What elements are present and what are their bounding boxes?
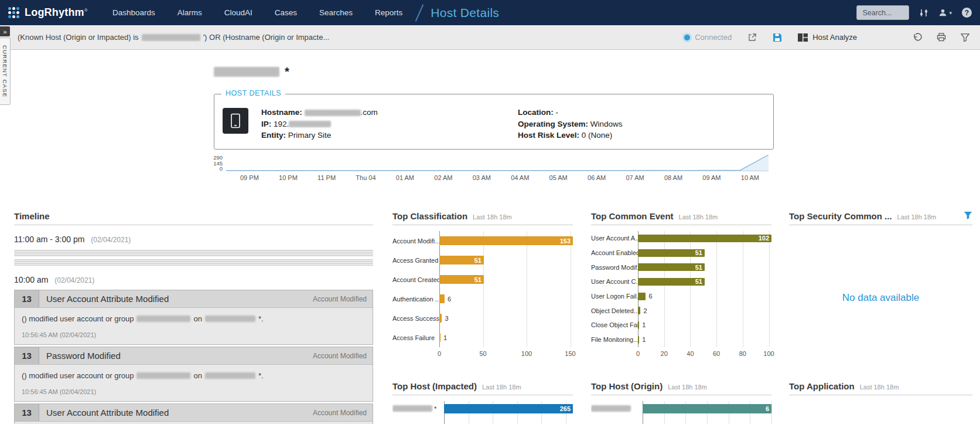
current-case-panel-tab: » CURRENT CASE	[0, 26, 11, 105]
filter-query[interactable]: (Known Host (Origin or Impacted) is ') O…	[18, 33, 684, 42]
top-common-event-bar[interactable]	[638, 336, 639, 344]
hostname-row: Hostname: .com	[261, 107, 518, 118]
host-title: *	[214, 65, 289, 79]
top-common-event-bar[interactable]	[638, 293, 646, 300]
timeline-panel: Timeline 11:00 am - 3:00 pm (02/04/2021)…	[14, 211, 373, 424]
event-classification-tag: Account Modified	[313, 352, 367, 360]
bar-value: 51	[695, 249, 705, 256]
top-common-event-bar[interactable]: 51	[638, 263, 705, 271]
spark-x-label: 04 AM	[511, 174, 529, 181]
search-input[interactable]: Search...	[856, 5, 909, 20]
logrhythm-logo[interactable]: LogRhythm®	[8, 6, 88, 19]
bar-label: User Logon Fail...	[591, 289, 638, 304]
panel-top-classification: Top Classification Last 18h 18m Account …	[392, 211, 573, 381]
redacted-account	[136, 316, 190, 322]
bar-value: 1	[642, 336, 646, 343]
top-host-impacted-bar[interactable]: 265	[444, 404, 573, 413]
nav-item-reports[interactable]: Reports	[375, 8, 402, 17]
nav-item-dashboards[interactable]: Dashboards	[112, 8, 155, 17]
top-common-event-bar[interactable]: 51	[638, 278, 705, 286]
group-time: 10:00 am	[14, 275, 48, 284]
event-card-header: 13 Password Modified Account Modified	[15, 347, 373, 365]
nav-item-cloudai[interactable]: CloudAI	[224, 8, 252, 17]
top-classification-bar[interactable]: 153	[439, 236, 573, 245]
host-details-page: LogRhythm® Dashboards Alarms CloudAI Cas…	[0, 0, 980, 424]
location-row: Location: -	[518, 107, 623, 118]
spark-x-label: 06 AM	[588, 174, 606, 181]
redacted-bar-label	[591, 405, 631, 412]
top-classification-bar[interactable]	[439, 294, 445, 303]
top-classification-bar[interactable]	[439, 333, 441, 342]
undo-icon[interactable]	[913, 33, 922, 42]
top-classification-bar[interactable]: 51	[439, 256, 484, 264]
risk-label: Host Risk Level:	[518, 131, 579, 140]
panel-title: Top Security Common ...	[789, 211, 892, 221]
nav-item-alarms[interactable]: Alarms	[177, 8, 202, 17]
event-classification-tag: Account Modified	[313, 295, 367, 303]
host-title-asterisk: *	[285, 65, 289, 79]
slash-separator	[415, 4, 424, 21]
redacted-ip	[289, 121, 331, 127]
nav-item-cases[interactable]: Cases	[275, 8, 297, 17]
collapsed-events-stack[interactable]	[14, 250, 373, 266]
top-host-origin-bar[interactable]: 6	[643, 404, 771, 413]
bar-value: 2	[643, 307, 647, 314]
host-details-left-column: Hostname: .com IP: 192. Entity: Primary …	[261, 107, 518, 149]
event-count-badge: 13	[15, 404, 39, 421]
host-analyze-button[interactable]: Host Analyze	[798, 33, 857, 42]
bar-value: 6	[448, 296, 451, 303]
open-in-new-icon[interactable]	[747, 33, 757, 42]
timeline-group-collapsed[interactable]: 11:00 am - 3:00 pm (02/04/2021)	[14, 235, 373, 244]
bar-label: File Monitoring...	[591, 333, 638, 347]
filter-funnel-icon[interactable]	[961, 33, 969, 42]
ip-prefix: 192.	[274, 120, 289, 128]
group-date: (02/04/2021)	[91, 236, 131, 244]
timeline-group-expanded[interactable]: 10:00 am (02/04/2021)	[14, 275, 373, 284]
current-case-tab[interactable]: CURRENT CASE	[0, 38, 11, 105]
panel-subtitle: Last 18h 18m	[668, 384, 707, 391]
x-axis-ticks: 050100150	[439, 347, 573, 357]
nav-item-searches[interactable]: Searches	[319, 8, 353, 17]
user-menu-icon[interactable]: ▾	[938, 8, 952, 17]
redacted-host	[205, 372, 255, 379]
timeline-event-card[interactable]: 13 User Account Attribute Modified Accou…	[14, 290, 373, 345]
spark-x-label: 10 AM	[741, 174, 759, 181]
print-icon[interactable]	[937, 33, 946, 42]
logo-dots-icon	[8, 7, 19, 18]
top-common-event-bar[interactable]: 51	[638, 249, 705, 257]
event-timestamp: 10:56:45 AM (02/04/2021)	[22, 388, 366, 395]
bar-label: Authentication ...	[392, 289, 439, 308]
panel-filter-funnel-icon[interactable]	[964, 211, 972, 219]
panel-top-common-event: Top Common Event Last 18h 18m User Accou…	[591, 211, 771, 381]
group-date: (02/04/2021)	[54, 276, 94, 284]
group-time: 11:00 am - 3:00 pm	[14, 235, 84, 244]
timeline-event-card[interactable]: 13 Password Modified Account Modified ()…	[14, 347, 373, 402]
bar-label: Account Enabled	[591, 246, 638, 260]
host-details-legend: HOST DETAILS	[221, 89, 285, 97]
redacted-host-name	[214, 67, 279, 77]
spark-plot-area[interactable]	[226, 155, 769, 171]
top-classification-bar[interactable]: 51	[439, 275, 484, 284]
event-card-header: 13 User Account Attribute Modified Accou…	[15, 404, 373, 422]
top-classification-bar[interactable]	[439, 314, 442, 323]
top-common-event-bar[interactable]	[638, 321, 639, 329]
spark-x-label: 07 AM	[626, 174, 644, 181]
spark-y-axis: 2901450	[205, 155, 226, 171]
save-search-icon[interactable]	[773, 33, 782, 42]
os-row: Operating System: Windows	[518, 118, 623, 130]
event-card-header: 13 User Account Attribute Modified Accou…	[15, 290, 373, 308]
timeline-event-card[interactable]: 13 User Account Attribute Modified Accou…	[14, 403, 373, 424]
panel-header: Top Security Common ... Last 18h 18m	[789, 211, 972, 225]
event-timestamp: 10:56:45 AM (02/04/2021)	[22, 331, 366, 338]
bar-value: 3	[445, 315, 448, 322]
help-icon[interactable]: ?	[962, 8, 972, 18]
filter-query-prefix: (Known Host (Origin or Impacted) is	[18, 33, 139, 42]
event-count-badge: 13	[15, 347, 39, 364]
top-common-event-bar[interactable]: 102	[638, 235, 771, 242]
expand-chevron-icon[interactable]: »	[0, 26, 10, 36]
bar-value: 51	[695, 264, 705, 271]
panel-top-host-impacted: Top Host (Impacted) Last 18h 18m *265050…	[392, 381, 573, 424]
entity-label: Entity:	[261, 131, 286, 140]
top-common-event-bar[interactable]	[638, 307, 640, 314]
filter-settings-icon[interactable]	[919, 9, 928, 17]
